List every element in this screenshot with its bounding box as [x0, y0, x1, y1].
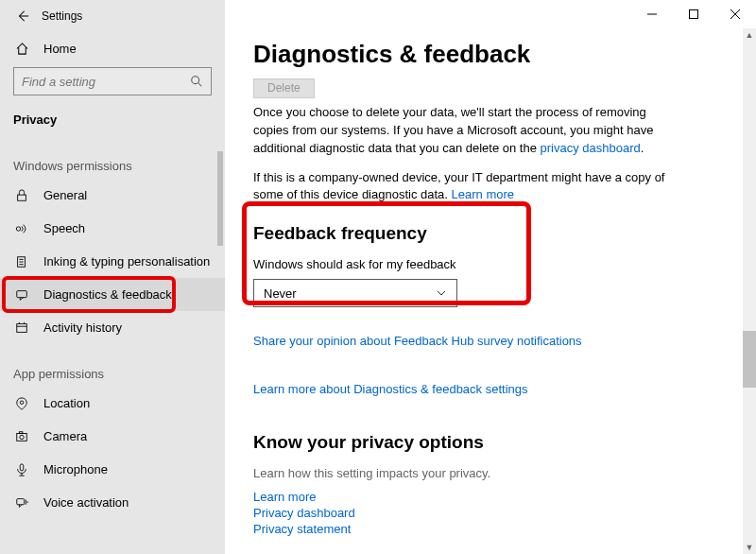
windows-permissions-label: Windows permissions — [0, 149, 225, 179]
delete-button[interactable]: Delete — [253, 78, 315, 98]
voice-icon — [13, 496, 30, 510]
sidebar-item-label: Inking & typing personalisation — [43, 254, 210, 268]
sidebar-item-location[interactable]: Location — [0, 387, 225, 420]
sidebar-item-speech[interactable]: Speech — [0, 212, 225, 245]
minimize-button[interactable] — [631, 0, 673, 28]
sidebar-item-label: Activity history — [43, 320, 122, 335]
close-button[interactable] — [714, 0, 756, 28]
sidebar-item-inking[interactable]: Inking & typing personalisation — [0, 245, 225, 278]
settings-window: Settings Home Privacy Windows permission… — [0, 0, 756, 554]
sidebar-item-diagnostics[interactable]: Diagnostics & feedback — [0, 278, 225, 311]
svg-rect-10 — [20, 463, 24, 470]
window-controls — [631, 0, 756, 28]
sidebar-item-microphone[interactable]: Microphone — [0, 453, 225, 486]
home-icon — [13, 42, 30, 56]
maximize-button[interactable] — [673, 0, 714, 28]
speech-icon — [13, 222, 30, 235]
svg-point-2 — [16, 226, 20, 230]
feedback-frequency-dropdown[interactable]: Never — [253, 279, 457, 307]
back-button[interactable] — [9, 3, 36, 29]
content-body: Delete Once you choose to delete your da… — [225, 78, 756, 536]
camera-icon — [13, 430, 30, 443]
privacy-options-heading: Know your privacy options — [253, 432, 728, 453]
svg-point-6 — [20, 400, 24, 404]
privacy-dashboard-link2[interactable]: Privacy dashboard — [253, 506, 728, 520]
svg-rect-11 — [17, 498, 25, 504]
company-description: If this is a company-owned device, your … — [253, 169, 669, 205]
content-scroll-thumb[interactable] — [743, 331, 756, 388]
sidebar-item-label: Location — [43, 396, 90, 410]
home-label: Home — [43, 42, 77, 56]
arrow-left-icon — [16, 9, 29, 23]
sidebar-item-activity-history[interactable]: Activity history — [0, 311, 225, 344]
svg-rect-12 — [690, 10, 698, 19]
sidebar-scroll-thumb[interactable] — [217, 151, 223, 246]
microphone-icon — [13, 463, 30, 476]
search-input[interactable] — [22, 75, 173, 89]
svg-rect-7 — [17, 433, 27, 441]
learn-more-link[interactable]: Learn more — [452, 187, 514, 201]
feedback-frequency-heading: Feedback frequency — [253, 223, 728, 244]
sidebar-item-label: General — [43, 188, 87, 202]
content-area: Diagnostics & feedback Delete Once you c… — [225, 0, 756, 554]
sidebar-item-label: Camera — [43, 429, 87, 443]
privacy-options-sub: Learn how this setting impacts your priv… — [253, 466, 728, 480]
feedback-label: Windows should ask for my feedback — [253, 257, 728, 271]
svg-rect-1 — [18, 195, 26, 200]
scroll-up-button[interactable]: ▲ — [743, 28, 756, 42]
sidebar-item-label: Microphone — [43, 462, 108, 476]
minimize-icon — [647, 9, 657, 19]
inking-icon — [13, 255, 30, 268]
maximize-icon — [689, 9, 698, 19]
svg-rect-5 — [17, 323, 27, 332]
close-icon — [730, 9, 740, 19]
content-scrollbar[interactable]: ▲ ▼ — [743, 28, 756, 554]
scroll-down-button[interactable]: ▼ — [743, 541, 756, 554]
privacy-section-label: Privacy — [0, 103, 225, 132]
sidebar-item-camera[interactable]: Camera — [0, 420, 225, 453]
sidebar-scrollbar[interactable] — [215, 151, 225, 554]
learn-diagnostics-link[interactable]: Learn more about Diagnostics & feedback … — [253, 382, 728, 396]
sidebar-item-label: Speech — [43, 221, 85, 235]
app-permissions-label: App permissions — [0, 357, 225, 387]
share-opinion-link[interactable]: Share your opinion about Feedback Hub su… — [253, 334, 728, 348]
svg-point-8 — [20, 435, 24, 439]
chevron-down-icon — [436, 287, 447, 299]
sidebar-item-voice-activation[interactable]: Voice activation — [0, 486, 225, 519]
sidebar-item-label: Voice activation — [43, 495, 129, 510]
lock-icon — [13, 189, 30, 202]
search-box[interactable] — [13, 67, 212, 95]
home-button[interactable]: Home — [0, 32, 225, 65]
search-icon — [190, 75, 203, 88]
dropdown-value: Never — [264, 286, 297, 301]
svg-rect-4 — [17, 290, 27, 297]
privacy-statement-link[interactable]: Privacy statement — [253, 522, 728, 536]
location-icon — [13, 397, 30, 410]
svg-point-0 — [192, 77, 199, 84]
delete-description: Once you choose to delete your data, we'… — [253, 104, 669, 158]
sidebar-item-general[interactable]: General — [0, 179, 225, 212]
app-title: Settings — [42, 9, 82, 23]
privacy-dashboard-link[interactable]: privacy dashboard — [541, 141, 641, 155]
feedback-icon — [13, 288, 30, 302]
sidebar-item-label: Diagnostics & feedback — [43, 287, 172, 302]
svg-rect-9 — [19, 431, 23, 433]
sidebar: Settings Home Privacy Windows permission… — [0, 0, 225, 554]
privacy-learn-more-link[interactable]: Learn more — [253, 490, 728, 504]
titlebar-left: Settings — [0, 0, 225, 32]
activity-icon — [13, 321, 30, 335]
